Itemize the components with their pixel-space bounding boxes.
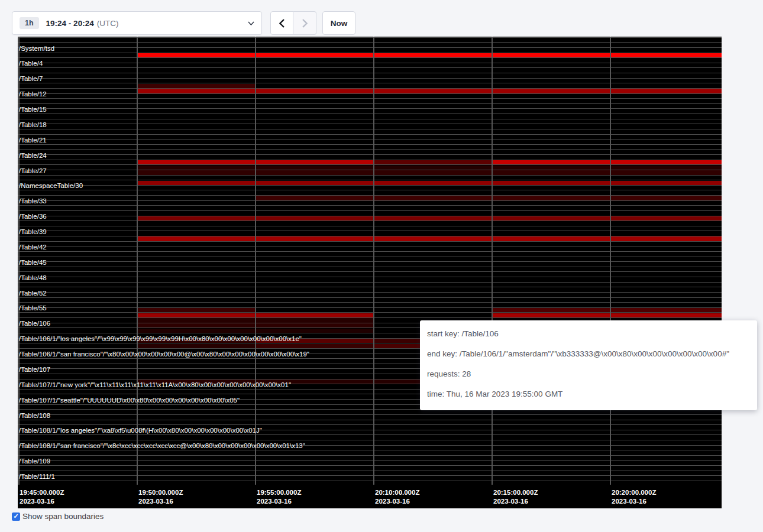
x-axis-tick-date: 2023-03-16 bbox=[493, 497, 538, 506]
heatmap-band[interactable] bbox=[255, 344, 373, 349]
span-key-label: /Table/27 bbox=[19, 167, 47, 175]
heatmap-band[interactable] bbox=[137, 170, 722, 175]
span-key-label: /Table/7 bbox=[19, 75, 43, 83]
duration-badge: 1h bbox=[20, 17, 39, 29]
x-axis-tick-time: 20:15:00.000Z bbox=[493, 488, 538, 497]
span-key-label: /Table/4 bbox=[19, 60, 43, 67]
x-axis-tick-time: 19:45:00.000Z bbox=[20, 488, 64, 497]
span-key-label: /Table/33 bbox=[19, 197, 47, 205]
x-axis-tick-date: 2023-03-16 bbox=[138, 497, 183, 506]
span-key-label: /Table/36 bbox=[19, 213, 47, 220]
tooltip-start-key: start key: /Table/106 bbox=[427, 329, 750, 338]
tooltip-time: time: Thu, 16 Mar 2023 19:55:00 GMT bbox=[427, 390, 750, 398]
span-key-label: /Table/106/1/"san francisco"/"\x80\x00\x… bbox=[19, 351, 309, 358]
column-boundary-line bbox=[610, 37, 611, 485]
span-key-label: /Table/55 bbox=[19, 304, 47, 312]
tooltip-end-key: end key: /Table/106/1/"amsterdam"/"\xb33… bbox=[427, 349, 750, 358]
show-span-boundaries-control: ✓ Show span boundaries bbox=[12, 512, 104, 521]
span-key-label: /Table/107 bbox=[19, 366, 50, 374]
time-range-select[interactable]: 1h 19:24 - 20:24 (UTC) bbox=[12, 11, 262, 35]
span-key-label: /Table/106 bbox=[19, 320, 50, 327]
heatmap-band[interactable] bbox=[137, 216, 722, 221]
heatmap-band[interactable] bbox=[137, 53, 722, 58]
x-axis-tick: 19:45:00.000Z2023-03-16 bbox=[20, 488, 64, 506]
heatmap-band[interactable] bbox=[137, 308, 255, 313]
span-key-label: /Table/108/1/"los angeles"/"\xa8\xf5\u00… bbox=[19, 427, 262, 434]
span-key-label: /Table/21 bbox=[19, 137, 47, 144]
column-boundary-line bbox=[492, 37, 493, 485]
span-key-label: /Table/18 bbox=[19, 121, 47, 129]
key-visualizer-page: 1h 19:24 - 20:24 (UTC) Now /System/tsd/T… bbox=[0, 0, 763, 532]
time-range-zone: (UTC) bbox=[97, 19, 119, 28]
show-span-boundaries-label[interactable]: Show span boundaries bbox=[22, 512, 104, 521]
span-key-label: /Table/107/1/"seattle"/"UUUUUUD\x00\x80\… bbox=[19, 397, 240, 404]
span-key-label: /Table/45 bbox=[19, 259, 47, 267]
heatmap-band[interactable] bbox=[137, 89, 722, 93]
x-axis-tick-date: 2023-03-16 bbox=[257, 497, 301, 506]
heatmap-canvas[interactable]: /System/tsd/Table/4/Table/7/Table/12/Tab… bbox=[18, 37, 722, 508]
x-axis-tick-time: 20:10:00.000Z bbox=[375, 488, 419, 497]
span-key-label: /NamespaceTable/30 bbox=[19, 182, 83, 190]
span-key-label: /Table/24 bbox=[19, 152, 47, 160]
x-axis-tick: 20:15:00.000Z2023-03-16 bbox=[493, 488, 538, 506]
previous-interval-button[interactable] bbox=[270, 11, 293, 35]
column-boundary-line bbox=[137, 37, 138, 485]
time-range-text: 19:24 - 20:24 bbox=[46, 19, 94, 28]
span-tooltip: start key: /Table/106 end key: /Table/10… bbox=[420, 320, 757, 410]
span-key-label: /Table/108/1/"san francisco"/"\x8c\xcc\x… bbox=[19, 442, 305, 450]
heatmap-band[interactable] bbox=[137, 236, 722, 241]
heatmap-band[interactable] bbox=[137, 344, 255, 349]
span-key-label: /Table/109 bbox=[19, 458, 50, 465]
next-interval-button[interactable] bbox=[293, 11, 316, 35]
heatmap-horizontal-grid bbox=[18, 37, 722, 482]
column-boundary-line bbox=[255, 37, 256, 485]
heatmap-band[interactable] bbox=[255, 196, 722, 200]
heatmap-band[interactable] bbox=[492, 160, 722, 165]
column-boundary-line bbox=[373, 37, 374, 485]
x-axis-tick: 19:50:00.000Z2023-03-16 bbox=[138, 488, 183, 506]
chevron-left-icon bbox=[279, 19, 284, 28]
span-key-label: /Table/12 bbox=[19, 90, 47, 98]
x-axis-tick-time: 20:20:00.000Z bbox=[612, 488, 656, 497]
now-button[interactable]: Now bbox=[322, 11, 355, 35]
span-key-label: /System/tsd bbox=[19, 45, 54, 53]
heatmap-band[interactable] bbox=[492, 313, 722, 318]
heatmap-band[interactable] bbox=[137, 84, 255, 89]
x-axis-tick-time: 19:55:00.000Z bbox=[257, 488, 301, 497]
x-axis-tick-date: 2023-03-16 bbox=[20, 497, 64, 506]
chevron-right-icon bbox=[302, 19, 308, 28]
heatmap-band[interactable] bbox=[373, 344, 420, 349]
heatmap-band[interactable] bbox=[373, 160, 492, 165]
x-axis-tick-time: 19:50:00.000Z bbox=[138, 488, 183, 497]
x-axis-tick: 19:55:00.000Z2023-03-16 bbox=[257, 488, 301, 506]
span-key-label: /Table/52 bbox=[19, 290, 47, 297]
heatmap-band[interactable] bbox=[492, 308, 722, 313]
span-key-label: /Table/107/1/"new york"/"\x11\x11\x11\x1… bbox=[19, 381, 291, 389]
span-key-label: /Table/42 bbox=[19, 244, 47, 251]
heatmap-band[interactable] bbox=[373, 339, 420, 343]
x-axis-tick: 20:20:00.000Z2023-03-16 bbox=[612, 488, 656, 506]
heatmap-band[interactable] bbox=[137, 181, 722, 186]
tooltip-requests: requests: 28 bbox=[427, 369, 750, 378]
heatmap-band[interactable] bbox=[137, 166, 722, 170]
chevron-down-icon bbox=[248, 21, 254, 25]
span-key-label: /Table/48 bbox=[19, 274, 47, 282]
span-key-label: /Table/111/1 bbox=[19, 473, 55, 481]
span-key-label: /Table/39 bbox=[19, 228, 47, 236]
span-key-label: /Table/108 bbox=[19, 412, 50, 420]
span-key-label: /Table/15 bbox=[19, 106, 47, 113]
x-axis-tick-date: 2023-03-16 bbox=[375, 497, 419, 506]
time-nav-group bbox=[270, 11, 316, 35]
x-axis-tick: 20:10:00.000Z2023-03-16 bbox=[375, 488, 419, 506]
show-span-boundaries-checkbox[interactable]: ✓ bbox=[12, 512, 20, 521]
x-axis-tick-date: 2023-03-16 bbox=[612, 497, 656, 506]
span-key-label: /Table/106/1/"los angeles"/"\x99\x99\x99… bbox=[19, 335, 302, 343]
